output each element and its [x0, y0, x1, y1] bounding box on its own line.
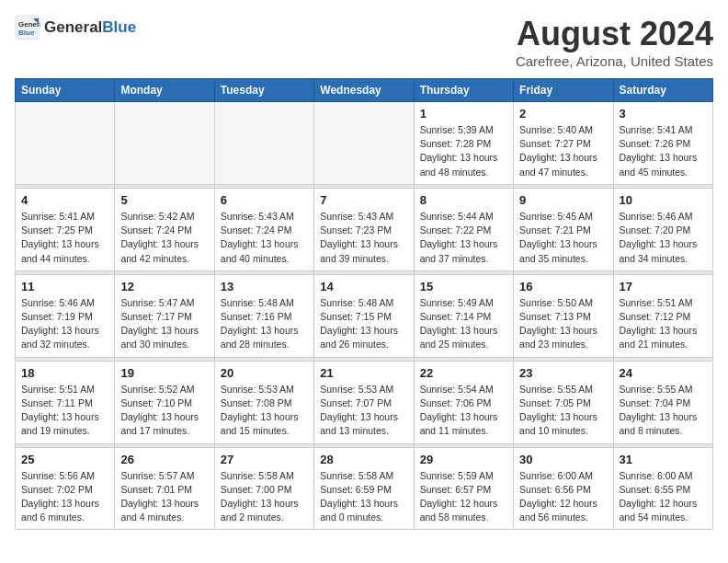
location-subtitle: Carefree, Arizona, United States — [516, 53, 713, 69]
day-number: 10 — [620, 193, 707, 207]
calendar-cell: 1Sunrise: 5:39 AM Sunset: 7:28 PM Daylig… — [414, 102, 513, 185]
calendar-cell: 22Sunrise: 5:54 AM Sunset: 7:06 PM Dayli… — [414, 361, 513, 443]
day-number: 19 — [120, 366, 208, 380]
calendar-cell: 27Sunrise: 5:58 AM Sunset: 7:00 PM Dayli… — [214, 447, 313, 530]
cell-info: Sunrise: 5:44 AM Sunset: 7:22 PM Dayligh… — [420, 210, 507, 266]
cell-info: Sunrise: 5:48 AM Sunset: 7:15 PM Dayligh… — [320, 296, 407, 352]
day-number: 22 — [420, 366, 507, 380]
day-number: 16 — [519, 280, 607, 293]
day-number: 11 — [21, 280, 108, 293]
day-number: 4 — [21, 193, 108, 207]
calendar-cell — [314, 102, 414, 185]
day-number: 6 — [221, 193, 308, 207]
cell-info: Sunrise: 5:46 AM Sunset: 7:20 PM Dayligh… — [620, 210, 707, 266]
cell-info: Sunrise: 5:43 AM Sunset: 7:23 PM Dayligh… — [320, 210, 407, 266]
calendar-cell: 10Sunrise: 5:46 AM Sunset: 7:20 PM Dayli… — [613, 188, 712, 270]
cell-info: Sunrise: 5:50 AM Sunset: 7:13 PM Dayligh… — [519, 296, 607, 352]
cell-info: Sunrise: 5:51 AM Sunset: 7:12 PM Dayligh… — [620, 296, 707, 352]
day-number: 28 — [320, 453, 407, 466]
calendar-cell: 3Sunrise: 5:41 AM Sunset: 7:26 PM Daylig… — [613, 102, 712, 185]
cell-info: Sunrise: 5:43 AM Sunset: 7:24 PM Dayligh… — [221, 210, 308, 266]
calendar-cell: 14Sunrise: 5:48 AM Sunset: 7:15 PM Dayli… — [314, 274, 414, 357]
weekday-header-row: SundayMondayTuesdayWednesdayThursdayFrid… — [16, 79, 713, 102]
calendar-cell: 8Sunrise: 5:44 AM Sunset: 7:22 PM Daylig… — [414, 188, 513, 270]
calendar-cell: 29Sunrise: 5:59 AM Sunset: 6:57 PM Dayli… — [414, 447, 513, 530]
calendar-cell: 21Sunrise: 5:53 AM Sunset: 7:07 PM Dayli… — [314, 361, 414, 443]
cell-info: Sunrise: 5:58 AM Sunset: 6:59 PM Dayligh… — [320, 469, 407, 525]
cell-info: Sunrise: 6:00 AM Sunset: 6:55 PM Dayligh… — [620, 469, 707, 525]
day-number: 5 — [120, 193, 208, 207]
page-header: General Blue GeneralBlue August 2024 Car… — [15, 15, 713, 69]
calendar-cell: 13Sunrise: 5:48 AM Sunset: 7:16 PM Dayli… — [214, 274, 313, 357]
day-number: 12 — [120, 280, 208, 293]
day-number: 24 — [620, 366, 707, 380]
calendar-cell: 18Sunrise: 5:51 AM Sunset: 7:11 PM Dayli… — [16, 361, 115, 443]
calendar-cell: 19Sunrise: 5:52 AM Sunset: 7:10 PM Dayli… — [115, 361, 214, 443]
day-number: 26 — [120, 453, 208, 466]
cell-info: Sunrise: 5:57 AM Sunset: 7:01 PM Dayligh… — [120, 469, 208, 525]
cell-info: Sunrise: 5:52 AM Sunset: 7:10 PM Dayligh… — [120, 383, 208, 439]
day-number: 2 — [519, 107, 607, 121]
month-year-title: August 2024 — [516, 15, 713, 53]
cell-info: Sunrise: 5:46 AM Sunset: 7:19 PM Dayligh… — [21, 296, 108, 352]
logo-icon: General Blue — [15, 15, 40, 40]
calendar-cell: 17Sunrise: 5:51 AM Sunset: 7:12 PM Dayli… — [613, 274, 712, 357]
weekday-header-sunday: Sunday — [16, 79, 115, 102]
weekday-header-wednesday: Wednesday — [314, 79, 414, 102]
day-number: 13 — [221, 280, 308, 293]
day-number: 3 — [620, 107, 707, 121]
calendar-cell: 24Sunrise: 5:55 AM Sunset: 7:04 PM Dayli… — [613, 361, 712, 443]
cell-info: Sunrise: 5:55 AM Sunset: 7:04 PM Dayligh… — [620, 383, 707, 439]
calendar-cell: 2Sunrise: 5:40 AM Sunset: 7:27 PM Daylig… — [514, 102, 613, 185]
calendar-cell: 30Sunrise: 6:00 AM Sunset: 6:56 PM Dayli… — [514, 447, 613, 530]
calendar-cell — [16, 102, 115, 185]
cell-info: Sunrise: 5:51 AM Sunset: 7:11 PM Dayligh… — [21, 383, 108, 439]
cell-info: Sunrise: 5:41 AM Sunset: 7:25 PM Dayligh… — [21, 210, 108, 266]
cell-info: Sunrise: 5:54 AM Sunset: 7:06 PM Dayligh… — [420, 383, 507, 439]
cell-info: Sunrise: 5:45 AM Sunset: 7:21 PM Dayligh… — [519, 210, 607, 266]
logo-blue: Blue — [102, 18, 136, 36]
logo-general: General — [44, 18, 102, 36]
day-number: 7 — [320, 193, 407, 207]
cell-info: Sunrise: 5:39 AM Sunset: 7:28 PM Dayligh… — [420, 123, 507, 179]
calendar-cell: 4Sunrise: 5:41 AM Sunset: 7:25 PM Daylig… — [16, 188, 115, 270]
cell-info: Sunrise: 5:47 AM Sunset: 7:17 PM Dayligh… — [120, 296, 208, 352]
day-number: 29 — [420, 453, 507, 466]
weekday-header-monday: Monday — [115, 79, 214, 102]
calendar-cell: 16Sunrise: 5:50 AM Sunset: 7:13 PM Dayli… — [514, 274, 613, 357]
day-number: 8 — [420, 193, 507, 207]
calendar-cell: 12Sunrise: 5:47 AM Sunset: 7:17 PM Dayli… — [115, 274, 214, 357]
title-area: August 2024 Carefree, Arizona, United St… — [516, 15, 713, 69]
cell-info: Sunrise: 5:58 AM Sunset: 7:00 PM Dayligh… — [221, 469, 308, 525]
day-number: 31 — [620, 453, 707, 466]
calendar-cell — [115, 102, 214, 185]
cell-info: Sunrise: 6:00 AM Sunset: 6:56 PM Dayligh… — [519, 469, 607, 525]
cell-info: Sunrise: 5:42 AM Sunset: 7:24 PM Dayligh… — [120, 210, 208, 266]
calendar-cell: 31Sunrise: 6:00 AM Sunset: 6:55 PM Dayli… — [613, 447, 712, 530]
calendar-table: SundayMondayTuesdayWednesdayThursdayFrid… — [15, 78, 713, 530]
svg-text:Blue: Blue — [18, 29, 35, 37]
cell-info: Sunrise: 5:59 AM Sunset: 6:57 PM Dayligh… — [420, 469, 507, 525]
day-number: 23 — [519, 366, 607, 380]
calendar-cell: 7Sunrise: 5:43 AM Sunset: 7:23 PM Daylig… — [314, 188, 414, 270]
cell-info: Sunrise: 5:48 AM Sunset: 7:16 PM Dayligh… — [221, 296, 308, 352]
calendar-cell: 5Sunrise: 5:42 AM Sunset: 7:24 PM Daylig… — [115, 188, 214, 270]
day-number: 1 — [420, 107, 507, 121]
day-number: 17 — [620, 280, 707, 293]
day-number: 18 — [21, 366, 108, 380]
calendar-cell: 6Sunrise: 5:43 AM Sunset: 7:24 PM Daylig… — [214, 188, 313, 270]
cell-info: Sunrise: 5:49 AM Sunset: 7:14 PM Dayligh… — [420, 296, 507, 352]
cell-info: Sunrise: 5:55 AM Sunset: 7:05 PM Dayligh… — [519, 383, 607, 439]
calendar-cell: 15Sunrise: 5:49 AM Sunset: 7:14 PM Dayli… — [414, 274, 513, 357]
day-number: 30 — [519, 453, 607, 466]
day-number: 9 — [519, 193, 607, 207]
calendar-cell: 11Sunrise: 5:46 AM Sunset: 7:19 PM Dayli… — [16, 274, 115, 357]
cell-info: Sunrise: 5:53 AM Sunset: 7:08 PM Dayligh… — [221, 383, 308, 439]
day-number: 25 — [21, 453, 108, 466]
weekday-header-thursday: Thursday — [414, 79, 513, 102]
calendar-week-row: 11Sunrise: 5:46 AM Sunset: 7:19 PM Dayli… — [16, 274, 713, 357]
cell-info: Sunrise: 5:41 AM Sunset: 7:26 PM Dayligh… — [620, 123, 707, 179]
day-number: 21 — [320, 366, 407, 380]
logo: General Blue GeneralBlue — [15, 15, 136, 40]
cell-info: Sunrise: 5:56 AM Sunset: 7:02 PM Dayligh… — [21, 469, 108, 525]
